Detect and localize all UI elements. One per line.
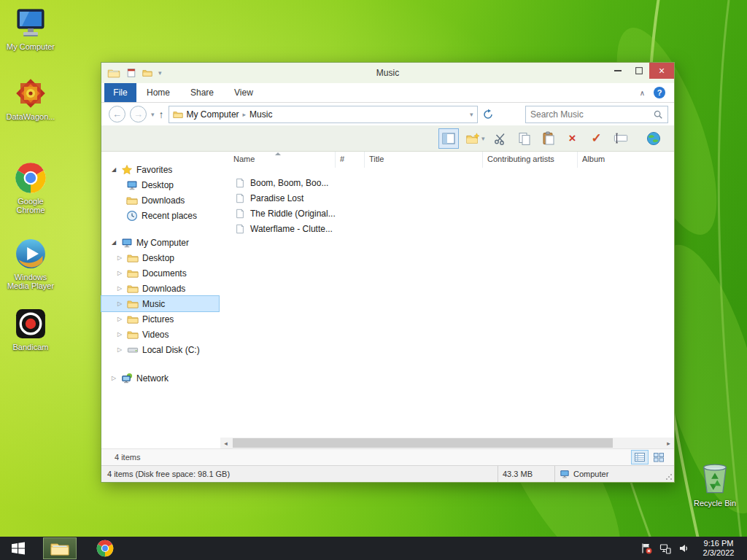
- sidebar-item-pictures[interactable]: ▷ Pictures: [101, 311, 219, 327]
- taskbar-chrome-button[interactable]: [88, 537, 122, 560]
- column-header-label: Name: [233, 155, 255, 163]
- collapsed-triangle-icon[interactable]: ▷: [116, 331, 123, 338]
- thumbnails-view-button[interactable]: [651, 451, 667, 464]
- sidebar-item-recent-places[interactable]: Recent places: [101, 208, 219, 223]
- collapsed-triangle-icon[interactable]: ▷: [116, 346, 123, 353]
- sidebar-item-downloads-2[interactable]: ▷ Downloads: [101, 281, 219, 296]
- checkmark-icon: ✓: [591, 131, 601, 146]
- copy-button[interactable]: [516, 129, 533, 148]
- address-box[interactable]: My Computer ▸ Music ▾: [169, 106, 478, 123]
- maximize-button[interactable]: [628, 63, 649, 79]
- search-input[interactable]: [530, 109, 653, 120]
- preview-pane-button[interactable]: [438, 128, 459, 149]
- breadcrumb-my-computer[interactable]: My Computer: [187, 109, 239, 120]
- desktop-icon-my-computer[interactable]: My Computer: [3, 7, 58, 51]
- folder-icon: [127, 314, 139, 325]
- rename-button[interactable]: [612, 129, 630, 148]
- sidebar-item-desktop[interactable]: Desktop: [101, 177, 219, 192]
- desktop-icon-google-chrome[interactable]: Google Chrome: [3, 162, 58, 214]
- column-header-title[interactable]: Title: [365, 152, 483, 168]
- paste-button[interactable]: [540, 129, 557, 148]
- column-header-number[interactable]: #: [336, 152, 365, 168]
- scroll-left-icon[interactable]: ◂: [220, 440, 231, 447]
- new-folder-button[interactable]: ▾: [465, 131, 485, 146]
- close-button[interactable]: ×: [649, 63, 674, 79]
- sidebar-item-local-disk-c[interactable]: ▷ Local Disk (C:): [101, 342, 219, 357]
- network-globe-button[interactable]: [645, 129, 662, 148]
- scrollbar-thumb[interactable]: [233, 438, 613, 448]
- music-file-icon: [235, 193, 245, 203]
- file-row[interactable]: Boom, Boom, Boo...: [220, 175, 674, 190]
- sidebar-item-desktop-2[interactable]: ▷ Desktop: [101, 250, 219, 265]
- ribbon-tabs: File Home Share View ∧ ?: [101, 83, 674, 103]
- sidebar-section-favorites[interactable]: ◢ Favorites: [101, 162, 219, 177]
- help-icon[interactable]: ?: [654, 87, 665, 98]
- network-icon: [121, 373, 133, 384]
- clock-time: 9:16 PM: [697, 539, 740, 548]
- titlebar[interactable]: ▾ Music ×: [101, 63, 674, 83]
- column-header-album[interactable]: Album: [578, 152, 674, 168]
- refresh-button[interactable]: [482, 109, 494, 120]
- expanded-triangle-icon[interactable]: ◢: [110, 239, 117, 246]
- ribbon-collapse-chevron-icon[interactable]: ∧: [640, 89, 645, 97]
- network-tray-icon[interactable]: [659, 542, 671, 554]
- desktop-icon-recycle-bin[interactable]: Recycle Bin: [687, 458, 743, 508]
- sidebar-item-documents[interactable]: ▷ Documents: [101, 265, 219, 281]
- collapsed-triangle-icon[interactable]: ▷: [116, 270, 123, 276]
- sidebar-item-downloads[interactable]: Downloads: [101, 192, 219, 208]
- sidebar-section-network[interactable]: ▷ Network: [101, 370, 219, 386]
- search-icon[interactable]: [653, 109, 663, 120]
- desktop-icon-windows-media-player[interactable]: Windows Media Player: [3, 238, 58, 290]
- delete-button[interactable]: ×: [564, 129, 581, 148]
- scroll-right-icon[interactable]: ▸: [663, 440, 674, 447]
- forward-button[interactable]: →: [130, 106, 147, 122]
- file-row[interactable]: The Riddle (Original...: [220, 206, 674, 221]
- qat-new-folder-icon[interactable]: [142, 68, 152, 78]
- column-header-contributing-artists[interactable]: Contributing artists: [483, 152, 578, 168]
- folder-icon: [126, 195, 138, 206]
- taskbar-file-explorer-button[interactable]: [43, 537, 77, 559]
- scrollbar-track[interactable]: [231, 438, 663, 448]
- column-header-name[interactable]: Name: [220, 152, 336, 168]
- desktop-icon-bandicam[interactable]: Bandicam: [3, 308, 58, 351]
- search-box[interactable]: [525, 106, 668, 123]
- start-button[interactable]: [0, 537, 36, 560]
- collapsed-triangle-icon[interactable]: ▷: [116, 300, 123, 307]
- folder-icon: [127, 329, 139, 341]
- chrome-icon: [96, 540, 114, 557]
- history-chevron-icon[interactable]: ▾: [151, 111, 155, 118]
- address-dropdown-chevron-icon[interactable]: ▾: [470, 111, 473, 118]
- taskbar-clock[interactable]: 9:16 PM 2/3/2022: [697, 539, 740, 558]
- minimize-button[interactable]: [607, 63, 628, 79]
- new-item-chevron-icon[interactable]: ▾: [481, 135, 485, 142]
- file-row[interactable]: Waterflame - Clutte...: [220, 221, 674, 236]
- back-button[interactable]: ←: [109, 106, 125, 122]
- qat-properties-icon[interactable]: [126, 68, 136, 78]
- tab-home[interactable]: Home: [136, 83, 180, 102]
- select-button[interactable]: ✓: [588, 129, 605, 148]
- sidebar-item-music[interactable]: ▷ Music: [101, 296, 219, 311]
- collapsed-triangle-icon[interactable]: ▷: [110, 375, 117, 381]
- sidebar-section-my-computer[interactable]: ◢ My Computer: [101, 235, 219, 250]
- horizontal-scrollbar[interactable]: ◂ ▸: [220, 438, 674, 448]
- desktop-icon-datawagon[interactable]: DataWagon...: [3, 77, 58, 121]
- cut-button[interactable]: [492, 129, 509, 148]
- tab-file[interactable]: File: [104, 83, 136, 102]
- qat-customize-chevron-icon[interactable]: ▾: [158, 69, 162, 77]
- tab-share[interactable]: Share: [180, 83, 224, 102]
- collapsed-triangle-icon[interactable]: ▷: [116, 254, 123, 261]
- action-center-flag-icon[interactable]: [640, 542, 652, 554]
- breadcrumb-music[interactable]: Music: [249, 109, 272, 120]
- collapsed-triangle-icon[interactable]: ▷: [116, 285, 123, 292]
- volume-icon[interactable]: [678, 542, 690, 554]
- details-view-button[interactable]: [632, 451, 648, 464]
- up-button[interactable]: ↑: [159, 109, 164, 120]
- expanded-triangle-icon[interactable]: ◢: [110, 166, 117, 173]
- sidebar-item-videos[interactable]: ▷ Videos: [101, 327, 219, 342]
- desktop-icon-label: Windows Media Player: [3, 273, 58, 290]
- resize-grip[interactable]: [664, 466, 674, 482]
- preview-pane-icon: [441, 131, 456, 146]
- file-row[interactable]: Paradise Lost: [220, 190, 674, 206]
- collapsed-triangle-icon[interactable]: ▷: [116, 316, 123, 322]
- tab-view[interactable]: View: [224, 83, 263, 102]
